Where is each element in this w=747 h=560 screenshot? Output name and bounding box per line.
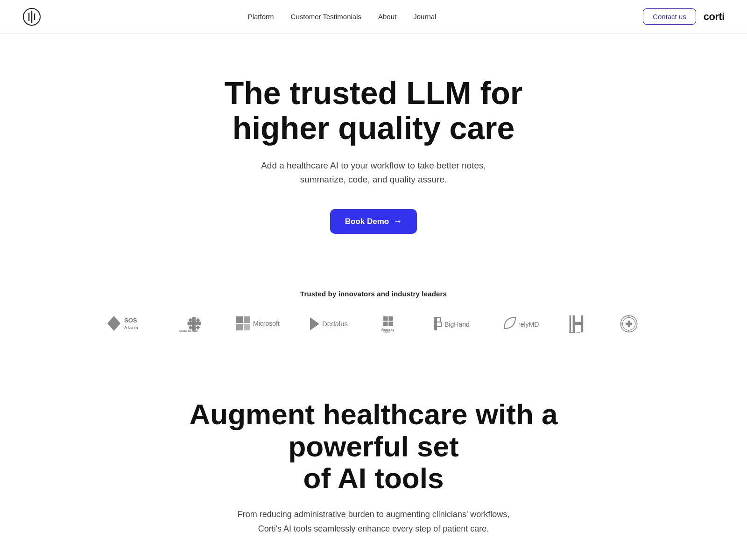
nav-item-journal[interactable]: Journal (413, 13, 436, 21)
nav-item-platform[interactable]: Platform (248, 13, 274, 21)
brand-name: corti (704, 11, 725, 23)
contact-us-button[interactable]: Contact us (643, 8, 696, 25)
nav-item-testimonials[interactable]: Customer Testimonials (291, 13, 361, 21)
svg-text:Microsoft: Microsoft (253, 320, 280, 327)
svg-rect-23 (383, 322, 388, 327)
svg-text:Global Medical: Global Medical (179, 329, 198, 332)
svg-rect-34 (575, 322, 581, 325)
logo[interactable] (22, 7, 41, 26)
svg-text:REGION: REGION (569, 332, 581, 334)
svg-rect-15 (244, 316, 250, 323)
nav-right: Contact us corti (643, 8, 725, 25)
hero-subtitle: Add a healthcare AI to your workflow to … (243, 159, 504, 187)
svg-rect-35 (581, 315, 583, 333)
svg-rect-21 (383, 316, 388, 321)
logo-global-medical: Global Medical (176, 315, 213, 333)
trusted-section: Trusted by innovators and industry leade… (0, 262, 747, 352)
svg-text:SOS: SOS (124, 317, 137, 324)
svg-text:Alarm: Alarm (124, 325, 139, 330)
augment-section: Augment healthcare with a powerful set o… (163, 352, 584, 554)
nav-item-about[interactable]: About (378, 13, 396, 21)
svg-rect-33 (573, 315, 575, 333)
svg-rect-14 (236, 316, 243, 323)
svg-rect-8 (188, 322, 201, 326)
augment-title: Augment healthcare with a powerful set o… (182, 399, 565, 494)
svg-rect-24 (388, 322, 393, 327)
svg-rect-16 (236, 324, 243, 330)
svg-text:Santé: Santé (383, 330, 391, 333)
nav-links: Platform Customer Testimonials About Jou… (248, 13, 437, 21)
svg-text:BigHand: BigHand (444, 321, 470, 328)
svg-rect-22 (388, 316, 393, 321)
logo-ramsay: Ramsay Santé (378, 315, 411, 333)
logo-relymd: relyMD (502, 315, 544, 333)
logo-region-h: REGION (567, 315, 595, 333)
svg-text:relyMD: relyMD (518, 321, 539, 328)
logo-dedalus: Dedalus (309, 315, 356, 333)
svg-rect-17 (244, 324, 250, 330)
logo-fire-dept (617, 315, 641, 333)
svg-marker-4 (107, 316, 120, 331)
logo-bighand: BigHand (433, 315, 480, 333)
augment-subtitle: From reducing administrative burden to a… (233, 507, 514, 536)
arrow-icon: → (394, 217, 402, 226)
svg-text:Dedalus: Dedalus (322, 320, 348, 328)
svg-rect-32 (570, 315, 571, 333)
svg-rect-44 (626, 323, 632, 325)
logos-row: SOS Alarm Global Medical (19, 315, 728, 333)
book-demo-button[interactable]: Book Demo → (330, 209, 417, 234)
book-demo-label: Book Demo (345, 217, 389, 226)
svg-rect-9 (188, 318, 192, 322)
svg-marker-19 (310, 317, 319, 330)
trusted-label: Trusted by innovators and industry leade… (19, 290, 728, 298)
svg-rect-10 (196, 318, 200, 322)
logo-microsoft: Microsoft (235, 315, 287, 333)
corti-logo-icon (22, 7, 41, 26)
navbar: Platform Customer Testimonials About Jou… (0, 0, 747, 34)
logo-sos-alarm: SOS Alarm (106, 315, 153, 333)
hero-title: The trusted LLM for higher quality care (182, 76, 565, 146)
hero-section: The trusted LLM for higher quality care … (163, 34, 584, 262)
